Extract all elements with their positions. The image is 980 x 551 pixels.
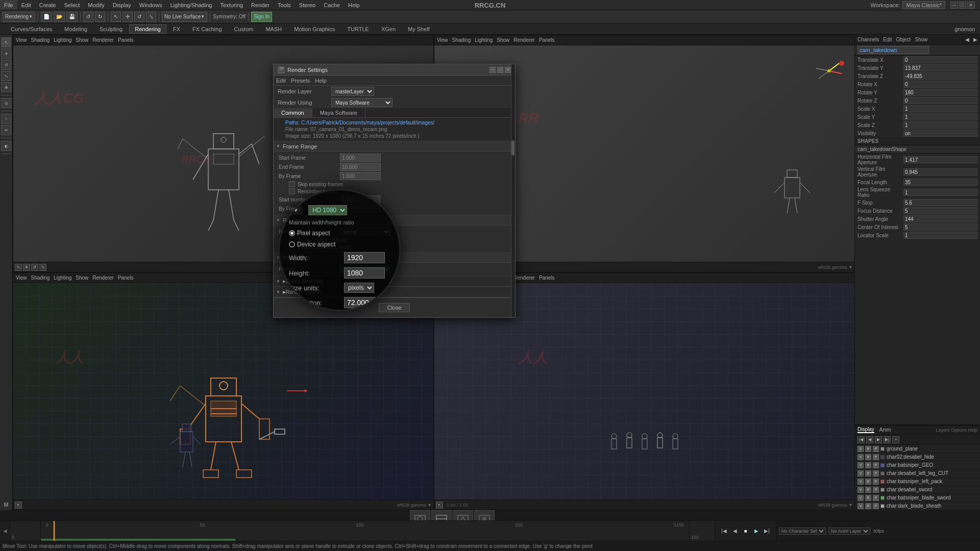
lasso-icon[interactable]: ○ — [1, 114, 11, 124]
undo-btn[interactable]: ↺ — [83, 12, 93, 22]
layer-p-2[interactable]: P — [873, 454, 879, 460]
vp-tl-tool2[interactable]: ✛ — [23, 264, 30, 271]
timeline-scrubber[interactable]: 0 50 100 150 1150 — [41, 521, 689, 541]
layers-options[interactable]: Layers Options Help — [936, 428, 977, 433]
vp-tl-shading[interactable]: Shading — [31, 37, 50, 43]
dialog-minimize-btn[interactable]: ─ — [489, 67, 496, 73]
vp-bl-lighting[interactable]: Lighting — [54, 275, 71, 281]
mag-device-aspect-radio[interactable]: Device aspect — [289, 241, 335, 248]
layer-vis-7[interactable]: V — [857, 495, 864, 501]
focal-length-input[interactable] — [903, 179, 977, 186]
mag-width-input[interactable] — [344, 252, 385, 263]
minimize-icon[interactable]: ─ — [950, 2, 958, 9]
vp-bl-tool1[interactable]: ↖ — [15, 502, 22, 509]
ch-show-tab[interactable]: Show — [915, 37, 927, 42]
dialog-scrollbar[interactable] — [511, 64, 515, 317]
dialog-scrollbar-thumb[interactable] — [511, 140, 514, 156]
tab-curves-surfaces[interactable]: Curves/Surfaces — [5, 24, 58, 34]
tab-fx[interactable]: FX — [167, 24, 186, 34]
layer-back[interactable]: ◀ — [866, 436, 873, 443]
ch-channels-tab[interactable]: Channels — [857, 37, 879, 42]
move-btn[interactable]: ✛ — [122, 12, 133, 22]
scale-z-input[interactable] — [903, 121, 977, 129]
layer-r-4[interactable]: R — [865, 470, 871, 477]
vp-bl-show[interactable]: Show — [76, 275, 88, 281]
vp-tr-shading[interactable]: Shading — [452, 37, 471, 43]
paint-icon[interactable]: ✏ — [1, 125, 11, 135]
dialog-maximize-btn[interactable]: □ — [497, 67, 503, 73]
renumber-frames-checkbox[interactable] — [289, 188, 295, 194]
menu-lighting-shading[interactable]: Lighting/Shading — [166, 0, 216, 10]
render-layer-select[interactable]: masterLayer — [331, 87, 374, 96]
layer-dark-blade[interactable]: V R P char:dark_blade_sheath — [855, 502, 980, 510]
tab-my-shelf[interactable]: My Shelf — [402, 24, 435, 34]
rotate-z-input[interactable] — [903, 97, 977, 104]
layer-vis-5[interactable]: V — [857, 479, 864, 485]
layer-desabel-left[interactable]: V R P char:desabel_left_leg_CUT — [855, 469, 980, 478]
mag-pixel-aspect-dot[interactable] — [289, 230, 295, 236]
layer-r-1[interactable]: R — [865, 446, 871, 452]
tab-xgen[interactable]: XGen — [376, 24, 401, 34]
tab-modeling[interactable]: Modeling — [59, 24, 93, 34]
mag-presets-select[interactable]: HD 1080 — [308, 205, 347, 215]
menu-display[interactable]: Display — [109, 0, 135, 10]
snap-surface-dropdown[interactable]: No Live Surface ▼ — [162, 12, 207, 22]
render-using-select[interactable]: Maya Software — [331, 98, 393, 107]
layer-batsniper-pack[interactable]: V R P char:batsniper_left_pack — [855, 478, 980, 486]
tab-motion-graphics[interactable]: Motion Graphics — [288, 24, 340, 34]
menu-help[interactable]: Help — [344, 0, 364, 10]
tab-sculpting[interactable]: Sculpting — [94, 24, 128, 34]
layer-r-3[interactable]: R — [865, 462, 871, 468]
mag-height-input[interactable] — [344, 267, 385, 279]
mag-device-aspect-dot[interactable] — [289, 241, 295, 247]
rotate-y-input[interactable] — [903, 89, 977, 96]
char-set-select[interactable]: No Character Set — [779, 528, 826, 535]
vp-tr-panels[interactable]: Panels — [539, 37, 555, 43]
scale-x-input[interactable] — [903, 105, 977, 112]
vp-tl-lighting[interactable]: Lighting — [54, 37, 71, 43]
vp-tl-renderer[interactable]: Renderer — [92, 37, 114, 43]
layer-p-7[interactable]: P — [873, 495, 879, 501]
focus-dist-input[interactable] — [903, 207, 977, 214]
new-scene-btn[interactable]: 📄 — [41, 12, 52, 22]
anim-layer-select[interactable]: No Anim Layer — [828, 528, 870, 535]
menu-create[interactable]: Create — [35, 0, 60, 10]
layer-r-2[interactable]: R — [865, 454, 871, 460]
horiz-aperture-input[interactable] — [903, 156, 977, 163]
end-frame-input[interactable] — [340, 163, 381, 171]
display-tab-anim[interactable]: Anim — [879, 427, 891, 433]
layer-r-7[interactable]: R — [865, 495, 871, 501]
tab-custom[interactable]: Custom — [229, 24, 259, 34]
menu-stereo[interactable]: Stereo — [295, 0, 320, 10]
layer-p-5[interactable]: P — [873, 479, 879, 485]
skip-frames-checkbox[interactable] — [289, 181, 295, 187]
translate-x-input[interactable] — [903, 56, 977, 63]
dialog-tab-common[interactable]: Common — [274, 108, 312, 117]
select-tool-icon[interactable]: ↖ — [1, 37, 11, 47]
layer-batsniper-geo[interactable]: V R P char:batsniper_GEO — [855, 461, 980, 469]
layer-fwd[interactable]: ▶ — [875, 436, 882, 443]
layer-p-1[interactable]: P — [873, 446, 879, 452]
vp-tl-tool3[interactable]: ↺ — [31, 264, 38, 271]
tab-fx-caching[interactable]: FX Caching — [187, 24, 227, 34]
visibility-input[interactable] — [903, 130, 977, 137]
menu-windows[interactable]: Windows — [135, 0, 166, 10]
cam-name-input[interactable] — [857, 46, 929, 54]
rotate-btn[interactable]: ↺ — [134, 12, 144, 22]
by-frame-input[interactable] — [340, 172, 381, 180]
start-frame-input[interactable] — [340, 154, 381, 162]
redo-btn[interactable]: ↻ — [95, 12, 105, 22]
maximize-icon[interactable]: □ — [959, 2, 966, 9]
scale-tool-icon[interactable]: ⤡ — [1, 71, 11, 81]
vp-tr-renderer[interactable]: Renderer — [513, 37, 535, 43]
layer-p-4[interactable]: P — [873, 470, 879, 477]
sign-in-btn[interactable]: Sign In — [251, 12, 272, 22]
vp-tl-tool4[interactable]: ⤡ — [39, 264, 46, 271]
save-btn[interactable]: 💾 — [66, 12, 78, 22]
skip-to-end-btn[interactable]: ▶| — [763, 527, 771, 535]
layer-skip-back[interactable]: |◀ — [857, 436, 865, 443]
menu-tools[interactable]: Tools — [274, 0, 295, 10]
workspace-value[interactable]: Maya Classic* — [902, 1, 945, 9]
dialog-menu-help[interactable]: Help — [315, 78, 327, 84]
menu-render[interactable]: Render — [247, 0, 274, 10]
